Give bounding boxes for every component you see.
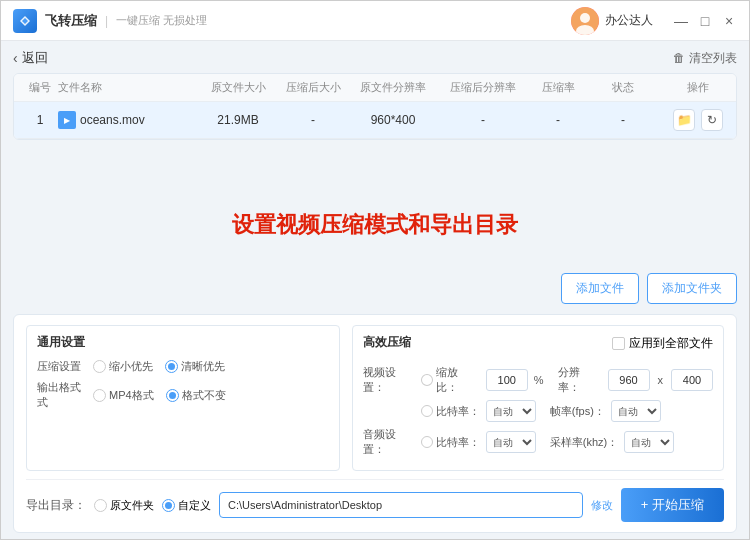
output-radio-group: MP4格式 格式不变: [93, 388, 226, 403]
pct-symbol: %: [534, 374, 544, 386]
bitrate-label: 比特率：: [436, 404, 480, 419]
hint-text: 设置视频压缩模式和导出目录: [232, 210, 518, 240]
window-controls: — □ ×: [673, 13, 737, 29]
radio-mp4-label: MP4格式: [109, 388, 154, 403]
row-orig-res: 960*400: [348, 113, 438, 127]
video-settings-row: 视频设置： 缩放比： % 分辨率： x: [363, 365, 713, 395]
audio-settings-row: 音频设置： 比特率： 自动 采样率(khz)： 自动: [363, 427, 713, 457]
app-slogan: 一键压缩 无损处理: [116, 13, 207, 28]
fps-label: 帧率(fps)：: [550, 404, 605, 419]
efficient-settings-title: 高效压缩: [363, 334, 411, 351]
sample-label: 采样率(khz)：: [550, 435, 618, 450]
bitrate-radio[interactable]: 比特率：: [421, 404, 480, 419]
bitrate-select[interactable]: 自动: [486, 400, 536, 422]
compress-ratio-label: 缩放比：: [436, 365, 480, 395]
export-path-box: C:\Users\Administrator\Desktop: [219, 492, 583, 518]
table-row: 1 ▶ oceans.mov 21.9MB - 960*400 - - - 📁 …: [14, 102, 736, 139]
add-file-button[interactable]: 添加文件: [561, 273, 639, 304]
radio-mp4[interactable]: MP4格式: [93, 388, 154, 403]
back-arrow-icon: ‹: [13, 50, 18, 66]
apply-all-checkbox[interactable]: [612, 337, 625, 350]
compress-setting-row: 压缩设置 缩小优先 清晰优先: [37, 359, 329, 374]
col-orig-res: 原文件分辨率: [348, 80, 438, 95]
row-actions: 📁 ↻: [658, 109, 737, 131]
clear-label: 清空列表: [689, 50, 737, 67]
col-id: 编号: [22, 80, 58, 95]
fps-select[interactable]: 自动: [611, 400, 661, 422]
audio-bitrate-label: 比特率：: [436, 435, 480, 450]
back-button[interactable]: ‹ 返回: [13, 49, 48, 67]
x-separator: x: [658, 374, 664, 386]
file-type-icon: ▶: [58, 111, 76, 129]
col-comp-size: 压缩后大小: [278, 80, 348, 95]
apply-all-row: 应用到全部文件: [612, 335, 713, 352]
video-label: 视频设置：: [363, 365, 415, 395]
output-setting-row: 输出格式式 MP4格式 格式不变: [37, 380, 329, 410]
radio-keep-format[interactable]: 格式不变: [166, 388, 226, 403]
clear-list-button[interactable]: 🗑 清空列表: [673, 50, 737, 67]
col-status: 状态: [588, 80, 658, 95]
custom-folder-radio[interactable]: 自定义: [162, 498, 211, 513]
radio-minimize[interactable]: 缩小优先: [93, 359, 153, 374]
start-compress-button[interactable]: + 开始压缩: [621, 488, 724, 522]
export-path-text: C:\Users\Administrator\Desktop: [228, 499, 382, 511]
row-name: ▶ oceans.mov: [58, 111, 198, 129]
radio-clarity-circle: [165, 360, 178, 373]
bitrate-radio-circle: [421, 405, 433, 417]
separator: |: [105, 14, 108, 28]
maximize-button[interactable]: □: [697, 13, 713, 29]
settings-row: 通用设置 压缩设置 缩小优先 清晰优先 输: [26, 325, 724, 471]
res-width-input[interactable]: [608, 369, 650, 391]
general-settings-title: 通用设置: [37, 334, 329, 351]
main-area: ‹ 返回 🗑 清空列表 编号 文件名称 原文件大小 压缩后大小 原文件分辨率 压…: [1, 41, 749, 540]
trash-icon: 🗑: [673, 51, 685, 65]
export-radio-group: 原文件夹 自定义: [94, 498, 211, 513]
audio-bitrate-radio[interactable]: 比特率：: [421, 435, 480, 450]
export-row: 导出目录： 原文件夹 自定义 C:\Users\Administrator\De…: [26, 479, 724, 522]
apply-all-label: 应用到全部文件: [629, 335, 713, 352]
col-comp-res: 压缩后分辨率: [438, 80, 528, 95]
minimize-button[interactable]: —: [673, 13, 689, 29]
back-label: 返回: [22, 49, 48, 67]
compress-radio-group: 缩小优先 清晰优先: [93, 359, 225, 374]
add-buttons: 添加文件 添加文件夹: [561, 273, 737, 304]
compress-setting-label: 压缩设置: [37, 359, 87, 374]
compress-ratio-radio-circle: [421, 374, 433, 386]
titlebar: 飞转压缩 | 一键压缩 无损处理 办公达人 — □ ×: [1, 1, 749, 41]
close-button[interactable]: ×: [721, 13, 737, 29]
radio-keep-format-label: 格式不变: [182, 388, 226, 403]
row-ratio: -: [528, 113, 588, 127]
add-folder-button[interactable]: 添加文件夹: [647, 273, 737, 304]
custom-folder-radio-circle: [162, 499, 175, 512]
settings-panel: 通用设置 压缩设置 缩小优先 清晰优先 输: [13, 314, 737, 533]
efficient-settings: 高效压缩 应用到全部文件 视频设置： 缩放比： % 分辨率：: [352, 325, 724, 471]
orig-folder-radio[interactable]: 原文件夹: [94, 498, 154, 513]
table-header: 编号 文件名称 原文件大小 压缩后大小 原文件分辨率 压缩后分辨率 压缩率 状态…: [14, 74, 736, 102]
audio-bitrate-radio-circle: [421, 436, 433, 448]
change-path-button[interactable]: 修改: [591, 498, 613, 513]
radio-keep-format-circle: [166, 389, 179, 402]
row-status: -: [588, 113, 658, 127]
sample-select[interactable]: 自动: [624, 431, 674, 453]
back-bar: ‹ 返回 🗑 清空列表: [13, 49, 737, 67]
col-name: 文件名称: [58, 80, 198, 95]
col-ratio: 压缩率: [528, 80, 588, 95]
col-orig-size: 原文件大小: [198, 80, 278, 95]
compress-ratio-radio[interactable]: 缩放比：: [421, 365, 480, 395]
row-comp-size: -: [278, 113, 348, 127]
orig-folder-radio-circle: [94, 499, 107, 512]
res-height-input[interactable]: [671, 369, 713, 391]
app-logo: [13, 9, 37, 33]
row-comp-res: -: [438, 113, 528, 127]
open-folder-button[interactable]: 📁: [673, 109, 695, 131]
refresh-button[interactable]: ↻: [701, 109, 723, 131]
audio-bitrate-select[interactable]: 自动: [486, 431, 536, 453]
radio-clarity[interactable]: 清晰优先: [165, 359, 225, 374]
user-name: 办公达人: [605, 12, 653, 29]
compress-ratio-input[interactable]: [486, 369, 528, 391]
audio-label: 音频设置：: [363, 427, 415, 457]
bitrate-row: 比特率： 自动 帧率(fps)： 自动: [363, 400, 713, 422]
general-settings: 通用设置 压缩设置 缩小优先 清晰优先 输: [26, 325, 340, 471]
res-sublabel: 分辨率：: [558, 365, 602, 395]
orig-folder-label: 原文件夹: [110, 498, 154, 513]
